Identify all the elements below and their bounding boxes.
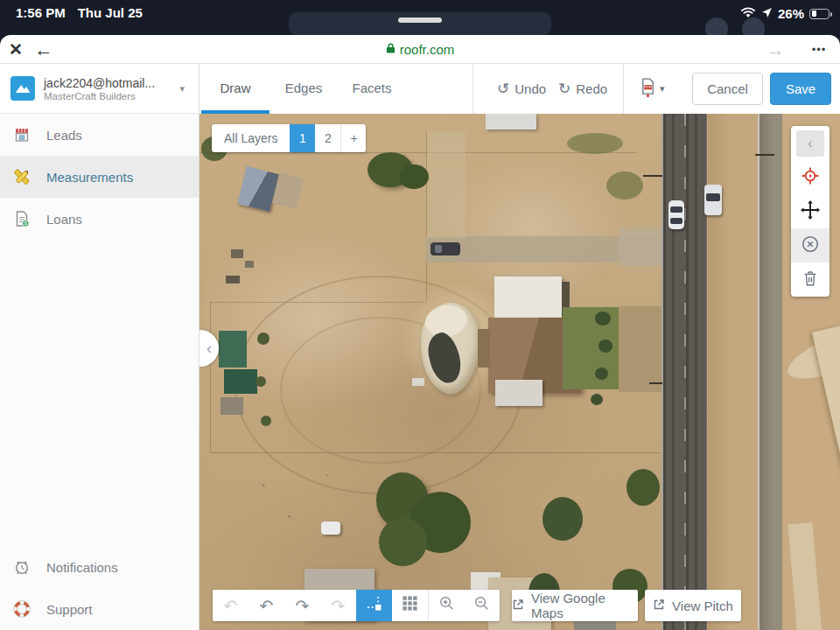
company-avatar — [10, 76, 35, 101]
sidebar-item-measurements[interactable]: Measurements — [0, 156, 199, 198]
sidebar-item-loans[interactable]: $ Loans — [0, 198, 199, 240]
sidebar-item-support[interactable]: Support — [0, 588, 199, 630]
account-email: jack2204@hotmail... — [44, 76, 171, 90]
rotate-cw-button[interactable]: ↷ — [284, 590, 320, 621]
add-layer-button[interactable]: + — [340, 124, 366, 152]
tree — [257, 332, 270, 345]
driveway — [427, 131, 466, 238]
layers-control: All Layers 1 2 + — [212, 124, 366, 152]
van — [321, 522, 340, 535]
sidebar-item-notifications[interactable]: Notifications — [0, 546, 199, 588]
map-canvas[interactable]: All Layers 1 2 + ‹ ‹ ↶ ↶ ↷ ↷ — [200, 114, 840, 630]
sidebar-item-leads[interactable]: Leads — [0, 114, 199, 156]
svg-text:PDF: PDF — [644, 85, 652, 89]
close-button[interactable]: ✕ — [4, 38, 28, 62]
delete-button[interactable] — [791, 262, 830, 297]
trash-icon — [801, 268, 820, 292]
sheet-drag-handle[interactable] — [398, 18, 442, 23]
undo-button[interactable]: ↺ Undo — [497, 64, 546, 114]
draw-vertex-tool-button[interactable] — [356, 590, 392, 621]
sidebar-spacer — [0, 240, 199, 546]
tree — [542, 497, 583, 541]
editor-toolbar: Draw Edges Facets ↺ Undo ↻ Redo PDF ▾ Ca… — [200, 64, 840, 114]
save-button[interactable]: Save — [770, 73, 831, 105]
yard-clutter — [245, 261, 254, 268]
tree — [626, 469, 660, 506]
tree — [595, 312, 611, 326]
crosshair-icon — [800, 165, 821, 190]
tab-edges[interactable]: Edges — [270, 64, 338, 114]
external-link-icon — [653, 598, 665, 613]
fence-line — [200, 152, 637, 153]
fence-tick — [649, 382, 662, 384]
storefront-icon — [11, 124, 32, 145]
layer-1-button[interactable]: 1 — [290, 124, 315, 152]
tree — [591, 394, 603, 405]
map-bottom-toolbar: ↶ ↶ ↷ ↷ — [213, 590, 500, 621]
safari-toolbar: ✕ ← roofr.com → ••• — [0, 35, 840, 64]
sidebar-item-label: Support — [46, 602, 93, 617]
fence-tick — [643, 175, 662, 177]
tree — [598, 340, 612, 353]
cancel-draw-button[interactable] — [791, 228, 830, 262]
crosshair-tool-button[interactable] — [791, 160, 830, 194]
move-tool-button[interactable] — [791, 194, 830, 228]
drawing-tool-palette: ‹ — [791, 126, 830, 297]
date: Thu Jul 25 — [78, 5, 143, 20]
account-company: MasterCraft Builders — [44, 91, 171, 102]
zoom-in-icon — [438, 595, 455, 616]
layer-2-button[interactable]: 2 — [315, 124, 340, 152]
more-options-button[interactable]: ••• — [807, 38, 831, 62]
view-google-maps-button[interactable]: View Google Maps — [512, 590, 638, 621]
draw-vertex-icon — [366, 595, 383, 617]
grid-icon — [402, 595, 418, 616]
divider — [472, 64, 473, 114]
palette-collapse-button[interactable]: ‹ — [791, 126, 830, 160]
zoom-out-button[interactable] — [464, 590, 500, 621]
address-display: roofr.com — [0, 35, 840, 64]
rotate-cw-step-button[interactable]: ↷ — [320, 590, 356, 621]
truck-on-shoulder — [704, 185, 722, 215]
tree — [256, 376, 266, 387]
app-sidebar: jack2204@hotmail... MasterCraft Builders… — [0, 64, 200, 630]
battery-icon — [809, 9, 830, 19]
shed-roof — [237, 166, 279, 212]
rotate-ccw-button[interactable]: ↶ — [248, 590, 284, 621]
view-google-maps-label: View Google Maps — [531, 591, 638, 620]
sidebar-collapse-handle[interactable]: ‹ — [200, 330, 219, 367]
ditch-strip — [758, 114, 782, 630]
forward-button[interactable]: → — [763, 38, 788, 62]
brush — [606, 172, 643, 200]
fence-line — [210, 302, 211, 452]
battery-percent: 26% — [778, 6, 804, 21]
house-wing-roof — [478, 329, 490, 368]
view-pitch-button[interactable]: View Pitch — [645, 590, 741, 621]
account-switcher[interactable]: jack2204@hotmail... MasterCraft Builders… — [0, 64, 199, 114]
view-pitch-label: View Pitch — [672, 598, 733, 613]
tree — [261, 416, 271, 426]
car-on-road — [668, 200, 684, 229]
divider — [623, 64, 624, 114]
rotate-ccw-step-button[interactable]: ↶ — [213, 590, 248, 621]
green-shade-structure — [224, 369, 257, 394]
all-layers-button[interactable]: All Layers — [212, 124, 290, 152]
wifi-icon — [740, 6, 756, 21]
cancel-button[interactable]: Cancel — [692, 73, 763, 105]
tree — [379, 518, 427, 566]
location-icon — [761, 6, 773, 21]
redo-button[interactable]: ↻ Redo — [558, 64, 607, 114]
mode-tabs: Draw Edges Facets — [201, 64, 406, 114]
export-pdf-dropdown[interactable]: PDF ▾ — [640, 64, 665, 114]
lock-icon — [386, 42, 396, 57]
zoom-in-button[interactable] — [428, 590, 464, 621]
tab-facets[interactable]: Facets — [338, 64, 406, 114]
brush — [567, 133, 623, 154]
move-icon — [800, 200, 821, 224]
grid-toggle-button[interactable] — [392, 590, 428, 621]
tab-draw[interactable]: Draw — [201, 64, 270, 114]
fence-line — [210, 302, 426, 303]
white-trailer-roof — [486, 114, 536, 130]
yard-clutter — [231, 249, 243, 258]
back-button[interactable]: ← — [32, 38, 56, 62]
pool-deck-pad — [412, 378, 424, 386]
